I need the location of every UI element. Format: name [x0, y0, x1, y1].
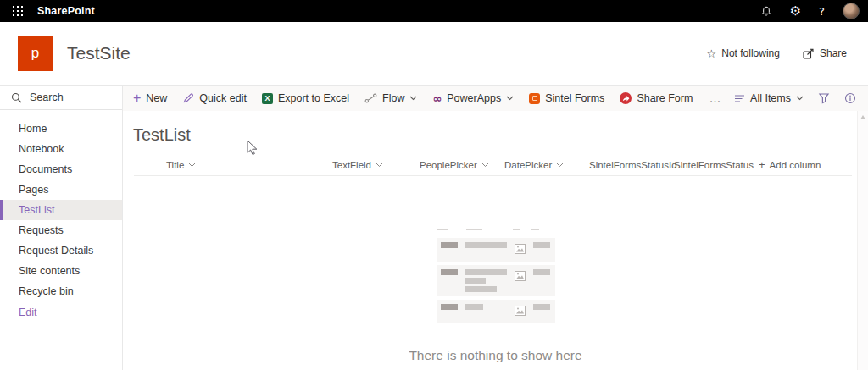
sintel-forms-button[interactable]: Sintel Forms	[521, 86, 612, 111]
sidebar-item-pages[interactable]: Pages	[0, 179, 122, 200]
column-header-textfield[interactable]: TextField	[332, 160, 420, 170]
share-label: Share	[820, 47, 847, 59]
sidebar-item-requests[interactable]: Requests	[0, 220, 122, 240]
chevron-down-icon	[188, 163, 196, 168]
powerapps-label: PowerApps	[447, 92, 501, 104]
column-header-datepicker[interactable]: DatePicker	[504, 160, 589, 170]
sidebar-item-documents[interactable]: Documents	[0, 159, 122, 179]
image-placeholder-icon	[515, 304, 526, 319]
search-icon	[11, 92, 22, 103]
chevron-down-icon	[376, 163, 383, 168]
quick-edit-button[interactable]: Quick edit	[175, 86, 254, 111]
excel-icon: X	[262, 93, 273, 104]
empty-state-illustration	[437, 229, 555, 323]
new-button[interactable]: + New	[125, 86, 175, 111]
sintel-forms-icon	[529, 93, 540, 104]
site-nav: Home Notebook Documents Pages TestList R…	[0, 110, 122, 323]
settings-gear-icon[interactable]: ⚙	[790, 5, 801, 18]
chevron-down-icon	[506, 96, 514, 101]
export-excel-label: Export to Excel	[278, 92, 349, 104]
site-header-actions: ☆ Not following Share	[707, 47, 868, 60]
chevron-down-icon	[409, 96, 417, 101]
command-bar-right: All Items	[734, 92, 868, 104]
sidebar-item-request-details[interactable]: Request Details	[0, 240, 122, 261]
plus-icon: +	[759, 159, 765, 170]
share-icon	[803, 48, 815, 59]
sidebar-edit-links[interactable]: Edit	[0, 302, 122, 323]
follow-button[interactable]: ☆ Not following	[707, 47, 780, 60]
share-form-icon	[620, 92, 632, 104]
image-placeholder-icon	[515, 242, 526, 257]
view-selector[interactable]: All Items	[734, 92, 804, 104]
filter-funnel-icon[interactable]	[818, 92, 830, 104]
info-icon[interactable]	[844, 92, 856, 104]
column-header-sintelformsstatusid[interactable]: SintelFormsStatusId	[589, 160, 674, 170]
skeleton-row	[437, 238, 555, 262]
powerapps-menu-button[interactable]: ∞ PowerApps	[425, 86, 521, 111]
column-header-peoplepicker[interactable]: PeoplePicker	[420, 160, 504, 170]
add-column-label: Add column	[770, 160, 821, 170]
share-form-button[interactable]: Share Form	[612, 86, 700, 111]
chevron-down-icon	[796, 96, 804, 101]
app-name: SharePoint	[37, 5, 95, 17]
header-divider	[134, 175, 852, 176]
view-selector-label: All Items	[750, 92, 791, 104]
list-view-icon	[734, 93, 745, 103]
command-bar: + New Quick edit X Export to Excel	[123, 86, 868, 111]
skeleton-header-row	[437, 229, 555, 230]
user-avatar[interactable]	[843, 3, 860, 19]
chevron-down-icon	[481, 163, 489, 168]
site-title[interactable]: TestSite	[67, 43, 131, 64]
powerapps-icon: ∞	[432, 93, 442, 104]
pencil-icon	[182, 92, 194, 104]
chevron-down-icon	[556, 163, 564, 168]
column-header-title[interactable]: Title	[166, 160, 332, 170]
search-input[interactable]: Search	[0, 86, 122, 110]
site-logo[interactable]: p	[18, 36, 53, 71]
share-form-label: Share Form	[637, 92, 693, 104]
search-placeholder: Search	[30, 91, 64, 103]
list-title: TestList	[133, 125, 868, 145]
sidebar-item-site-contents[interactable]: Site contents	[0, 261, 122, 281]
list-view: + New Quick edit X Export to Excel	[123, 86, 868, 370]
help-icon[interactable]: ?	[819, 6, 825, 17]
add-column-button[interactable]: + Add column	[759, 159, 821, 170]
sharepoint-page: SharePoint ⚙ ? p TestSite ☆ Not followin…	[0, 0, 868, 370]
app-launcher-icon[interactable]	[8, 1, 28, 21]
sidebar-item-testlist[interactable]: TestList	[0, 200, 122, 220]
sintel-forms-label: Sintel Forms	[545, 92, 604, 104]
notifications-bell-icon[interactable]	[760, 5, 772, 18]
sidebar-item-recycle-bin[interactable]: Recycle bin	[0, 281, 122, 301]
flow-label: Flow	[382, 92, 404, 104]
page-body: Search Home Notebook Documents Pages Tes…	[0, 85, 868, 370]
empty-state-title: There is nothing to show here	[123, 348, 868, 363]
star-icon: ☆	[707, 47, 717, 60]
column-header-sintelformsstatus[interactable]: SintelFormsStatus	[674, 160, 759, 170]
flow-icon	[364, 93, 377, 103]
skeleton-row	[437, 300, 555, 323]
sidebar-item-notebook[interactable]: Notebook	[0, 139, 122, 159]
site-header: p TestSite ☆ Not following Share	[0, 22, 868, 85]
share-site-button[interactable]: Share	[803, 47, 847, 59]
more-commands-button[interactable]: …	[700, 91, 730, 105]
plus-icon: +	[133, 91, 141, 105]
vertical-scrollbar[interactable]	[857, 111, 868, 370]
new-label: New	[146, 92, 167, 104]
topbar-actions: ⚙ ?	[760, 3, 868, 19]
image-placeholder-icon	[515, 269, 526, 284]
suite-topbar: SharePoint ⚙ ?	[0, 0, 868, 22]
skeleton-row	[437, 265, 555, 296]
sidebar-item-home[interactable]: Home	[0, 119, 122, 139]
flow-menu-button[interactable]: Flow	[357, 86, 425, 111]
export-to-excel-button[interactable]: X Export to Excel	[254, 86, 357, 111]
scroll-up-arrow-icon[interactable]	[860, 115, 865, 119]
column-header-row: Title TextField PeoplePicker DatePicker …	[123, 159, 868, 170]
left-nav: Search Home Notebook Documents Pages Tes…	[0, 86, 123, 370]
follow-label: Not following	[721, 47, 780, 59]
quick-edit-label: Quick edit	[199, 92, 247, 104]
